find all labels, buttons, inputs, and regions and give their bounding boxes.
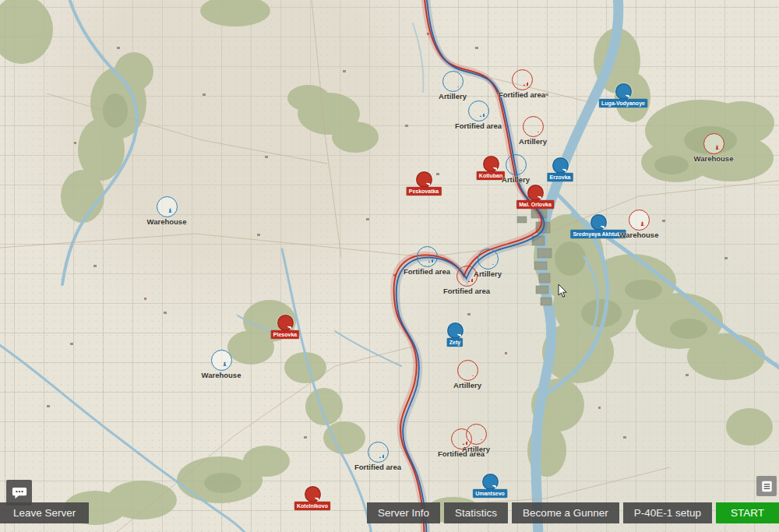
statistics-button[interactable]: Statistics [444, 502, 508, 523]
server-info-button[interactable]: Server Info [367, 502, 440, 523]
map-terrain [0, 0, 779, 532]
toolbar-button-row: Server Info Statistics Become a Gunner P… [367, 502, 779, 523]
plane-setup-button[interactable]: P-40E-1 setup [623, 502, 712, 523]
forest-patches [0, 0, 774, 525]
leave-server-button[interactable]: Leave Server [0, 502, 89, 523]
front-line [393, 0, 545, 532]
speech-bubble-icon [12, 485, 27, 501]
map[interactable]: Luga-VodyanoyeErzovkaSrednyaya AkhtubaZe… [0, 0, 779, 532]
notes-icon [760, 479, 774, 494]
start-button[interactable]: START [716, 502, 779, 523]
forest-texture [103, 93, 737, 493]
briefing-button[interactable] [756, 476, 777, 496]
become-gunner-button[interactable]: Become a Gunner [512, 502, 619, 523]
